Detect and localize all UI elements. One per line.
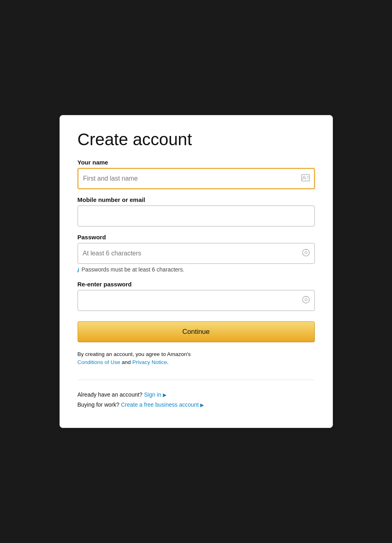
info-icon: i: [78, 267, 79, 274]
reenter-password-input[interactable]: [78, 290, 315, 311]
reenter-password-label: Re-enter password: [78, 281, 315, 288]
create-account-card: Create account Your name Mobile number o…: [60, 115, 333, 428]
create-business-account-link[interactable]: Create a free business account ▶: [121, 401, 204, 408]
signin-row: Already have an account? Sign in ▶: [78, 390, 315, 400]
password-input-wrapper: [78, 243, 315, 264]
terms-text: By creating an account, you agree to Ama…: [78, 350, 315, 367]
footer-links: Already have an account? Sign in ▶ Buyin…: [78, 390, 315, 410]
password-label: Password: [78, 234, 315, 241]
terms-suffix: .: [167, 359, 168, 365]
password-hint-text: Passwords must be at least 6 characters.: [82, 266, 185, 273]
password-input[interactable]: [78, 243, 315, 264]
business-prefix: Buying for work?: [78, 401, 119, 408]
divider: [78, 380, 315, 380]
reenter-password-field-group: Re-enter password: [78, 281, 315, 311]
email-label: Mobile number or email: [78, 196, 315, 203]
name-label: Your name: [78, 159, 315, 166]
signin-link[interactable]: Sign in ▶: [144, 391, 166, 398]
continue-button[interactable]: Continue: [78, 321, 315, 342]
name-input-wrapper: [78, 168, 315, 189]
conditions-of-use-link[interactable]: Conditions of Use: [78, 359, 121, 365]
password-hint: i Passwords must be at least 6 character…: [78, 266, 315, 274]
privacy-notice-link[interactable]: Privacy Notice: [132, 359, 167, 365]
terms-conjunction: and: [120, 359, 132, 365]
name-field-group: Your name: [78, 159, 315, 189]
terms-prefix: By creating an account, you agree to Ama…: [78, 351, 191, 357]
name-input[interactable]: [78, 168, 315, 189]
business-row: Buying for work? Create a free business …: [78, 400, 315, 410]
email-field-group: Mobile number or email: [78, 196, 315, 226]
signin-prefix: Already have an account?: [78, 391, 143, 398]
page-title: Create account: [78, 130, 315, 149]
reenter-password-input-wrapper: [78, 290, 315, 311]
password-field-group: Password i Passwords must be at least 6 …: [78, 234, 315, 274]
email-input[interactable]: [78, 206, 315, 226]
email-input-wrapper: [78, 206, 315, 226]
